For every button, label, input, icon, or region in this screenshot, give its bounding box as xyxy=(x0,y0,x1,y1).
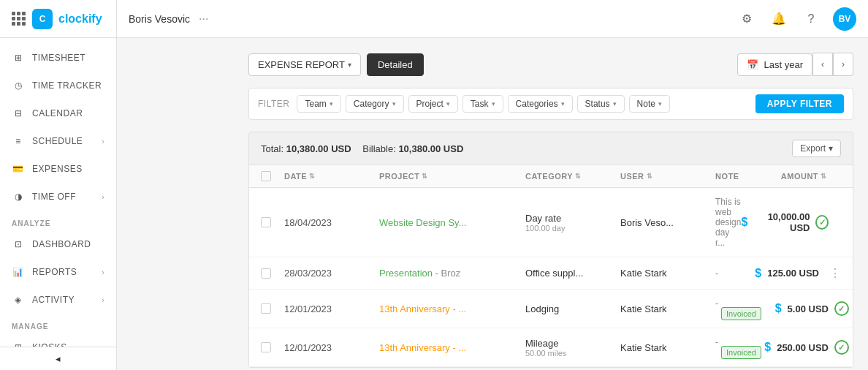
user-cell: Katie Stark xyxy=(620,268,715,279)
table-row: 12/01/2023 13th Anniversary - ... Mileag… xyxy=(249,328,853,367)
task-filter-button[interactable]: Task ▾ xyxy=(462,95,503,113)
amount-column-header[interactable]: AMOUNT ⇅ xyxy=(739,172,827,181)
toolbar-row: EXPENSE REPORT ▾ Detailed 📅 Last year ‹ … xyxy=(248,53,853,76)
sort-icon: ⇅ xyxy=(821,173,827,180)
invoiced-badge: Invoiced xyxy=(721,307,761,320)
sidebar-item-time-off[interactable]: ◑ TIME OFF › xyxy=(0,183,116,211)
timesheet-icon: ⊞ xyxy=(12,51,25,64)
kiosks-icon: ⊞ xyxy=(12,341,25,347)
categories-filter-button[interactable]: Categories ▾ xyxy=(508,95,573,113)
sidebar-item-expenses[interactable]: 💳 EXPENSES xyxy=(0,155,116,183)
sidebar-item-label: CALENDAR xyxy=(32,108,83,118)
schedule-icon: ≡ xyxy=(12,135,25,148)
project-filter-button[interactable]: Project ▾ xyxy=(408,95,458,113)
table-row: 28/03/2023 Presentation - Broz Office su… xyxy=(249,257,853,290)
category-cell: Office suppl... xyxy=(525,268,620,279)
select-all-checkbox[interactable] xyxy=(261,171,271,181)
team-filter-button[interactable]: Team ▾ xyxy=(297,95,340,113)
sidebar-item-label: DASHBOARD xyxy=(32,239,91,249)
detailed-button[interactable]: Detailed xyxy=(367,53,424,76)
chevron-down-icon: ▾ xyxy=(492,100,495,107)
sidebar-item-dashboard[interactable]: ⊡ DASHBOARD xyxy=(0,230,116,258)
date-cell: 12/01/2023 xyxy=(284,303,379,314)
project-column-header[interactable]: PROJECT ⇅ xyxy=(379,172,525,181)
help-icon[interactable]: ? xyxy=(801,9,821,29)
apps-grid-icon[interactable] xyxy=(12,12,26,26)
row-menu-button[interactable]: ⋮ xyxy=(819,266,841,280)
sidebar-item-calendar[interactable]: ⊟ CALENDAR xyxy=(0,99,116,127)
project-cell[interactable]: Website Design Sy... xyxy=(379,217,525,228)
user-cell: Katie Stark xyxy=(620,342,715,353)
sort-icon: ⇅ xyxy=(422,173,428,180)
date-range-label: Last year xyxy=(764,59,803,70)
collapse-sidebar-button[interactable]: ◂ xyxy=(0,347,116,370)
chevron-right-icon: › xyxy=(102,296,104,304)
project-cell[interactable]: Presentation - Broz xyxy=(379,268,525,279)
settings-icon[interactable]: ⚙ xyxy=(736,9,757,29)
note-column-header[interactable]: NOTE xyxy=(715,172,739,181)
notifications-icon[interactable]: 🔔 xyxy=(769,9,789,29)
note-cell: - Invoiced xyxy=(715,337,761,358)
chevron-right-icon: › xyxy=(102,137,104,146)
next-date-button[interactable]: › xyxy=(833,53,853,76)
amount-cell: $ 250.00 USD ✓ xyxy=(761,340,849,355)
note-filter-button[interactable]: Note ▾ xyxy=(629,95,670,113)
calendar-icon: 📅 xyxy=(747,59,758,70)
user-cell: Boris Veso... xyxy=(620,217,715,228)
chevron-down-icon: ▾ xyxy=(561,100,565,107)
check-icon: ✓ xyxy=(834,301,849,316)
amount-cell: $ 125.00 USD xyxy=(731,267,819,280)
activity-icon: ◈ xyxy=(12,293,25,306)
collapse-icon: ◂ xyxy=(56,353,61,364)
billable-value: 10,380.00 USD xyxy=(398,143,463,154)
export-button[interactable]: Export ▾ xyxy=(792,140,841,157)
analyze-section-label: ANALYZE xyxy=(0,211,116,230)
apply-filter-button[interactable]: APPLY FILTER xyxy=(755,94,844,113)
more-options-button[interactable]: ··· xyxy=(199,12,208,26)
sidebar-item-timesheet[interactable]: ⊞ TIMESHEET xyxy=(0,44,116,72)
manage-section-label: MANAGE xyxy=(0,314,116,333)
date-range-group: 📅 Last year ‹ › xyxy=(737,53,853,76)
row-checkbox[interactable] xyxy=(261,303,271,314)
dollar-icon: $ xyxy=(764,341,771,354)
row-checkbox[interactable] xyxy=(261,217,271,227)
sidebar-item-reports[interactable]: 📊 REPORTS › xyxy=(0,258,116,286)
note-cell: - Invoiced xyxy=(715,298,761,319)
clock-icon: ◷ xyxy=(12,79,25,92)
sidebar-item-time-tracker[interactable]: ◷ TIME TRACKER xyxy=(0,72,116,99)
expense-report-button[interactable]: EXPENSE REPORT ▾ xyxy=(248,53,361,76)
table-row: 12/01/2023 13th Anniversary - ... Lodgin… xyxy=(249,290,853,328)
row-checkbox[interactable] xyxy=(261,268,271,279)
filter-row: FILTER Team ▾ Category ▾ Project ▾ Task … xyxy=(248,88,853,120)
prev-date-button[interactable]: ‹ xyxy=(812,53,833,76)
date-cell: 28/03/2023 xyxy=(284,268,379,279)
category-column-header[interactable]: CATEGORY ⇅ xyxy=(525,172,620,181)
sidebar: C clockify ⊞ TIMESHEET ◷ TIME TRACKER ⊟ … xyxy=(0,0,117,370)
sidebar-header: C clockify xyxy=(0,0,116,38)
date-range-button[interactable]: 📅 Last year xyxy=(737,53,812,76)
dollar-icon: $ xyxy=(755,267,761,280)
brand-name: clockify xyxy=(58,12,102,26)
report-label: EXPENSE REPORT xyxy=(258,59,345,70)
total-label: Total: xyxy=(261,143,283,154)
project-cell[interactable]: 13th Anniversary - ... xyxy=(379,303,525,314)
sidebar-item-schedule[interactable]: ≡ SCHEDULE › xyxy=(0,127,116,155)
summary-totals: Total: 10,380.00 USD Billable: 10,380.00… xyxy=(261,143,463,154)
chevron-down-icon: ▾ xyxy=(392,100,396,107)
row-checkbox[interactable] xyxy=(261,342,271,352)
chevron-down-icon: ▾ xyxy=(829,143,833,154)
sort-icon: ⇅ xyxy=(647,173,653,180)
user-avatar[interactable]: BV xyxy=(833,7,856,31)
user-column-header[interactable]: USER ⇅ xyxy=(620,172,715,181)
date-column-header[interactable]: DATE ⇅ xyxy=(284,172,379,181)
category-cell: Day rate 100.00 day xyxy=(525,213,620,233)
category-cell: Mileage 50.00 miles xyxy=(525,338,620,358)
project-cell[interactable]: 13th Anniversary - ... xyxy=(379,342,525,353)
sidebar-item-kiosks[interactable]: ⊞ KIOSKS xyxy=(0,333,116,347)
status-filter-button[interactable]: Status ▾ xyxy=(577,95,625,113)
sidebar-item-label: SCHEDULE xyxy=(32,136,83,146)
dashboard-icon: ⊡ xyxy=(12,238,25,251)
category-cell: Lodging xyxy=(525,303,620,314)
sidebar-item-activity[interactable]: ◈ ACTIVITY › xyxy=(0,286,116,314)
category-filter-button[interactable]: Category ▾ xyxy=(346,95,404,113)
